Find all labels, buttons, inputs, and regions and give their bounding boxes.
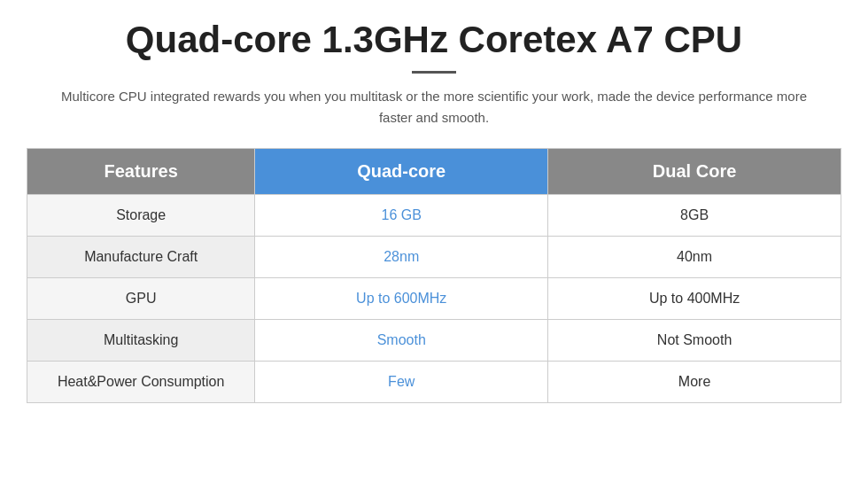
table-header-row: Features Quad-core Dual Core [27,149,841,195]
cell-feature: Heat&Power Consumption [27,362,255,403]
cell-quad-value: Smooth [255,320,548,362]
cell-quad-value: 16 GB [255,195,548,237]
cell-dual-value: 40nm [548,237,841,278]
cell-quad-value: 28nm [255,237,548,278]
header-dual: Dual Core [548,149,841,195]
cell-feature: Storage [27,195,255,237]
cell-feature: Multitasking [27,320,255,362]
cell-dual-value: 8GB [548,195,841,237]
comparison-table: Features Quad-core Dual Core Storage16 G… [27,148,841,403]
header-quad: Quad-core [255,149,548,195]
title-divider [412,71,456,74]
subtitle: Multicore CPU integrated rewards you whe… [53,86,815,128]
header-features: Features [27,149,255,195]
cell-dual-value: More [548,362,841,403]
table-row: Manufacture Craft28nm40nm [27,237,841,278]
page-title: Quad-core 1.3GHz Coretex A7 CPU [126,18,742,62]
table-row: MultitaskingSmoothNot Smooth [27,320,841,362]
cell-quad-value: Few [255,362,548,403]
cell-dual-value: Up to 400MHz [548,278,841,320]
cell-quad-value: Up to 600MHz [255,278,548,320]
cell-feature: GPU [27,278,255,320]
cell-feature: Manufacture Craft [27,237,255,278]
table-row: Storage16 GB8GB [27,195,841,237]
table-row: GPUUp to 600MHzUp to 400MHz [27,278,841,320]
cell-dual-value: Not Smooth [548,320,841,362]
table-row: Heat&Power ConsumptionFewMore [27,362,841,403]
